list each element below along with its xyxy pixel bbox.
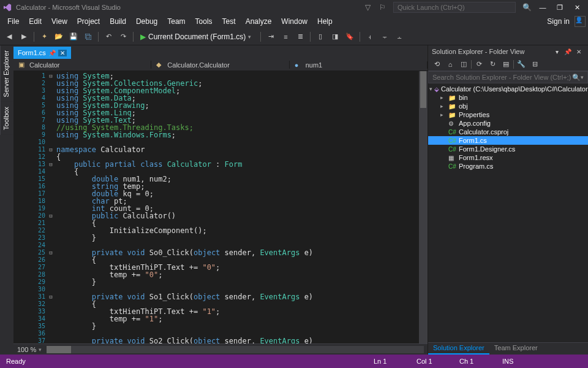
step-icon[interactable]: ⇥ <box>264 30 277 44</box>
panel-close-icon[interactable]: ✕ <box>573 48 584 55</box>
indent-icon[interactable]: ≡ <box>279 30 292 44</box>
tree-item[interactable]: ⚙App.config <box>428 119 588 128</box>
bc-project[interactable]: ▣ Calculator <box>13 61 151 69</box>
quick-launch-input[interactable] <box>393 2 516 13</box>
tree-item[interactable]: C#Form1.cs <box>428 136 588 145</box>
tree-item[interactable]: C#Program.cs <box>428 162 588 171</box>
fold-toggle[interactable]: ⊟ <box>48 293 54 301</box>
close-button[interactable]: ✕ <box>568 1 586 13</box>
tab-team-explorer[interactable]: Team Explorer <box>489 343 543 355</box>
menu-view[interactable]: View <box>47 16 72 27</box>
field-icon: ● <box>295 61 303 69</box>
tree-item[interactable]: ▸📁Properties <box>428 110 588 119</box>
fold-toggle[interactable]: ⊟ <box>48 161 54 168</box>
format3-icon[interactable]: ⫠ <box>393 30 406 44</box>
pin-icon[interactable]: 📌 <box>48 50 56 56</box>
flag-icon[interactable]: ⚐ <box>375 0 390 15</box>
fold-toggle[interactable]: ⊟ <box>48 249 54 256</box>
solution-search-input[interactable] <box>432 74 572 81</box>
comment-icon[interactable]: ▯ <box>314 30 327 44</box>
menu-build[interactable]: Build <box>105 16 131 27</box>
menu-debug[interactable]: Debug <box>131 16 162 27</box>
tree-item[interactable]: C#Calculator.csproj <box>428 128 588 136</box>
properties-icon[interactable]: 🔧 <box>515 59 527 70</box>
main-area: Server Explorer Toolbox Form1.cs 📌 ✕ ▣ C… <box>0 45 588 355</box>
editor-breadcrumb: ▣ Calculator ◆ Calculator.Calculator ● n… <box>13 59 428 71</box>
code-editor[interactable]: 1234567891011121314151617181920212223242… <box>13 71 428 343</box>
file-icon: C# <box>448 137 457 144</box>
menu-test[interactable]: Test <box>217 16 241 27</box>
outdent-icon[interactable]: ≣ <box>293 30 307 44</box>
tree-item[interactable]: C#Form1.Designer.cs <box>428 145 588 153</box>
title-bar: Calculator - Microsoft Visual Studio ▽ ⚐… <box>0 0 588 15</box>
rail-toolbox[interactable]: Toolbox <box>0 102 13 135</box>
save-icon[interactable]: 💾 <box>67 30 80 44</box>
tab-form1cs[interactable]: Form1.cs 📌 ✕ <box>13 47 71 59</box>
fold-toggle[interactable]: ⊟ <box>48 72 54 80</box>
menu-project[interactable]: Project <box>72 16 105 27</box>
vs-logo-icon <box>2 2 12 12</box>
menu-edit[interactable]: Edit <box>24 16 47 27</box>
line-gutter: 1234567891011121314151617181920212223242… <box>13 71 56 343</box>
menu-tools[interactable]: Tools <box>190 16 217 27</box>
solution-tree: ▾ ⬙ Calculator (C:\Users\qbap\Desktop\C#… <box>428 83 588 342</box>
chevron-icon[interactable]: ▸ <box>440 103 447 109</box>
sign-in-link[interactable]: Sign in <box>542 16 575 27</box>
document-tabs: Form1.cs 📌 ✕ <box>13 45 428 59</box>
fold-toggle[interactable]: ⊟ <box>48 212 54 220</box>
bookmark-icon[interactable]: 🔖 <box>343 30 356 44</box>
new-file-icon[interactable]: ✦ <box>37 30 51 44</box>
format-icon[interactable]: ⫞ <box>363 30 377 44</box>
nav-fwd-icon[interactable]: ▶ <box>17 30 31 44</box>
menu-file[interactable]: File <box>2 16 24 27</box>
filter-icon[interactable]: ▽ <box>360 0 375 15</box>
bc-member[interactable]: ● num1 <box>290 61 428 69</box>
tree-item[interactable]: ▦Form1.resx <box>428 153 588 162</box>
menu-bar: FileEditViewProjectBuildDebugTeamToolsTe… <box>0 15 588 28</box>
zoom-chevron-icon[interactable]: ▾ <box>39 347 42 353</box>
tree-item[interactable]: ▸📁bin <box>428 93 588 102</box>
search-chevron-icon[interactable]: ▾ <box>581 74 584 80</box>
uncomment-icon[interactable]: ◨ <box>328 30 342 44</box>
sync-icon[interactable]: ⟳ <box>473 59 485 70</box>
file-icon: ⚙ <box>448 120 457 127</box>
zoom-level[interactable]: 100 % <box>17 346 36 353</box>
chevron-down-icon[interactable]: ▾ <box>429 86 432 92</box>
refresh-icon[interactable]: ↻ <box>486 59 499 70</box>
user-icon[interactable]: 👤 <box>575 16 586 27</box>
minimize-button[interactable]: — <box>534 1 551 13</box>
menu-analyze[interactable]: Analyze <box>241 16 277 27</box>
chevron-icon[interactable]: ▸ <box>440 94 447 101</box>
panel-pin-icon[interactable]: 📌 <box>562 48 573 55</box>
undo-icon[interactable]: ↶ <box>102 30 115 44</box>
start-debug-button[interactable]: ▶ Current Document (Form1.cs) ▾ <box>137 30 257 44</box>
nav-back-icon[interactable]: ◀ <box>2 30 16 44</box>
tab-solution-explorer[interactable]: Solution Explorer <box>428 343 489 355</box>
menu-window[interactable]: Window <box>276 16 312 27</box>
view-icon[interactable]: ⊟ <box>529 59 541 70</box>
fold-toggle[interactable]: ⊟ <box>48 146 54 153</box>
tree-root[interactable]: ▾ ⬙ Calculator (C:\Users\qbap\Desktop\C#… <box>428 85 588 93</box>
home2-icon[interactable]: ⌂ <box>444 59 456 70</box>
maximize-button[interactable]: ❐ <box>551 1 568 13</box>
collapse-icon[interactable]: ◫ <box>458 59 470 70</box>
rail-server-explorer[interactable]: Server Explorer <box>0 45 13 102</box>
horizontal-scrollbar[interactable] <box>47 346 424 353</box>
tab-close-icon[interactable]: ✕ <box>58 50 67 56</box>
tree-item[interactable]: ▸📁obj <box>428 102 588 110</box>
vertical-scrollbar[interactable] <box>419 71 428 343</box>
format2-icon[interactable]: ⫟ <box>378 30 391 44</box>
home-icon[interactable]: ⟲ <box>431 59 443 70</box>
showall-icon[interactable]: ▤ <box>500 59 512 70</box>
chevron-icon[interactable]: ▸ <box>440 112 447 118</box>
redo-icon[interactable]: ↷ <box>116 30 130 44</box>
menu-team[interactable]: Team <box>162 16 190 27</box>
search-icon[interactable]: 🔍 <box>572 74 581 82</box>
open-icon[interactable]: 📂 <box>52 30 66 44</box>
save-all-icon[interactable]: ⿻ <box>81 30 95 44</box>
solution-search[interactable]: 🔍 ▾ <box>428 71 588 83</box>
panel-dropdown-icon[interactable]: ▾ <box>551 48 562 55</box>
search-icon[interactable]: 🔍 <box>519 0 534 15</box>
bc-class[interactable]: ◆ Calculator.Calculator <box>151 61 289 69</box>
menu-help[interactable]: Help <box>312 16 337 27</box>
